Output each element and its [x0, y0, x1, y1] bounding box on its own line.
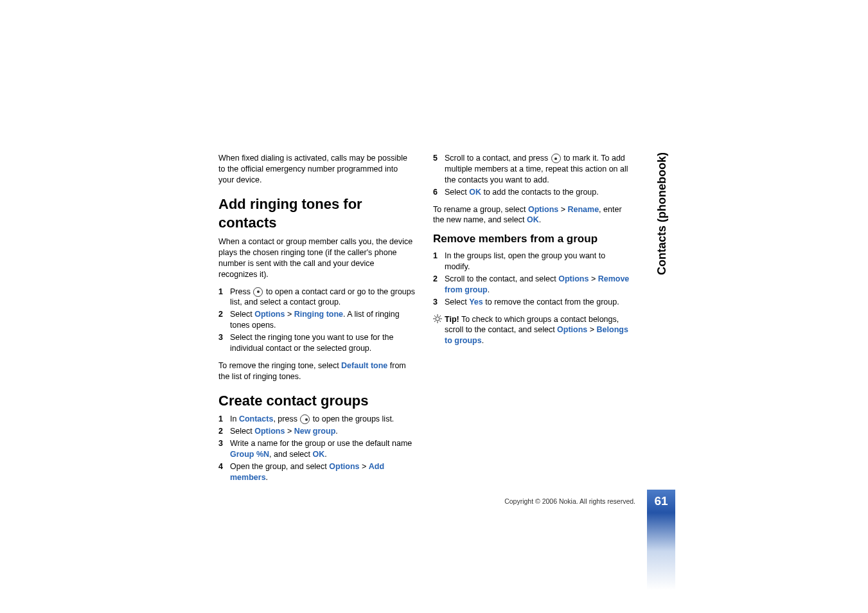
step-2: 2 Scroll to the contact, and select Opti… [433, 274, 630, 296]
copyright-text: Copyright © 2006 Nokia. All rights reser… [504, 497, 635, 505]
page-number: 61 [647, 490, 675, 513]
right-key-icon [300, 414, 310, 424]
page: When fixed dialing is activated, calls m… [0, 0, 868, 613]
options-link: Options [329, 462, 359, 471]
step-3: 3 Write a name for the group or use the … [218, 438, 415, 460]
step-number: 2 [218, 426, 230, 437]
heading-add-ringing-tones: Add ringing tones for contacts [218, 195, 415, 233]
contacts-link: Contacts [239, 414, 273, 423]
step-1: 1 In the groups list, open the group you… [433, 251, 630, 272]
rename-link: Rename [567, 205, 599, 214]
center-key-icon [551, 154, 561, 163]
step-number: 3 [433, 297, 445, 308]
left-column: When fixed dialing is activated, calls m… [218, 153, 415, 489]
tip-text: Tip! To check to which groups a contact … [445, 314, 630, 347]
svg-line-7 [439, 315, 441, 317]
page-footer: Copyright © 2006 Nokia. All rights reser… [504, 490, 675, 513]
step-5: 5 Scroll to a contact, and press to mark… [433, 153, 630, 186]
step-4: 4 Open the group, and select Options > A… [218, 461, 415, 483]
step-text: Scroll to a contact, and press to mark i… [445, 153, 630, 186]
remove-ringing-tone: To remove the ringing tone, select Defau… [218, 360, 415, 382]
right-column: 5 Scroll to a contact, and press to mark… [433, 153, 630, 489]
step-text: Select the ringing tone you want to use … [230, 332, 415, 354]
svg-line-6 [439, 321, 441, 322]
svg-line-5 [434, 315, 436, 317]
content-columns: When fixed dialing is activated, calls m… [218, 153, 630, 489]
options-link: Options [254, 427, 285, 436]
step-text: Select OK to add the contacts to the gro… [445, 187, 630, 198]
default-tone-link: Default tone [341, 361, 387, 370]
remove-members-steps: 1 In the groups list, open the group you… [433, 251, 630, 307]
fixed-dialing-note: When fixed dialing is activated, calls m… [218, 153, 415, 186]
step-text: Write a name for the group or use the de… [230, 438, 415, 460]
step-number: 6 [433, 187, 445, 198]
step-text: Scroll to the contact, and select Option… [445, 274, 630, 296]
center-key-icon [253, 287, 263, 297]
group-n-link: Group %N [230, 450, 269, 459]
ringing-tone-desc: When a contact or group member calls you… [218, 236, 415, 280]
create-group-steps-cont: 5 Scroll to a contact, and press to mark… [433, 153, 630, 198]
tip-row: Tip! To check to which groups a contact … [433, 314, 630, 347]
step-number: 4 [218, 461, 230, 483]
step-number: 3 [218, 438, 230, 460]
step-text: Select Yes to remove the contact from th… [445, 297, 630, 308]
step-number: 1 [433, 251, 445, 272]
section-side-label: Contacts (phonebook) [655, 152, 669, 275]
ringing-tone-link: Ringing tone [294, 310, 343, 319]
step-number: 3 [218, 332, 230, 354]
step-text: In Contacts, press to open the groups li… [230, 414, 415, 425]
yes-link: Yes [469, 298, 483, 306]
options-link: Options [557, 325, 587, 334]
svg-point-0 [436, 317, 439, 321]
ok-link: OK [469, 188, 481, 197]
ringing-tone-steps: 1 Press to open a contact card or go to … [218, 287, 415, 354]
options-link: Options [558, 274, 589, 283]
rename-group-note: To rename a group, select Options > Rena… [433, 204, 630, 226]
step-number: 5 [433, 153, 445, 186]
step-3: 3 Select Yes to remove the contact from … [433, 297, 630, 308]
step-number: 1 [218, 287, 230, 308]
step-text: In the groups list, open the group you w… [445, 251, 630, 272]
step-2: 2 Select Options > Ringing tone. A list … [218, 309, 415, 331]
tip-label: Tip! [445, 315, 459, 324]
step-text: Open the group, and select Options > Add… [230, 461, 415, 483]
svg-line-8 [434, 321, 436, 322]
new-group-link: New group [294, 427, 336, 436]
step-1: 1 In Contacts, press to open the groups … [218, 414, 415, 425]
options-link: Options [254, 310, 285, 319]
step-text: Select Options > New group. [230, 426, 415, 437]
tip-icon [433, 314, 445, 347]
step-6: 6 Select OK to add the contacts to the g… [433, 187, 630, 198]
step-text: Select Options > Ringing tone. A list of… [230, 309, 415, 331]
ok-link: OK [313, 450, 325, 459]
step-number: 2 [218, 309, 230, 331]
step-3: 3 Select the ringing tone you want to us… [218, 332, 415, 354]
heading-create-contact-groups: Create contact groups [218, 391, 415, 411]
step-text: Press to open a contact card or go to th… [230, 287, 415, 308]
step-number: 1 [218, 414, 230, 425]
step-1: 1 Press to open a contact card or go to … [218, 287, 415, 308]
options-link: Options [528, 205, 558, 214]
ok-link: OK [527, 215, 539, 224]
page-edge-gradient [647, 513, 675, 590]
heading-remove-members: Remove members from a group [433, 232, 630, 247]
step-number: 2 [433, 274, 445, 296]
step-2: 2 Select Options > New group. [218, 426, 415, 437]
create-group-steps: 1 In Contacts, press to open the groups … [218, 414, 415, 483]
